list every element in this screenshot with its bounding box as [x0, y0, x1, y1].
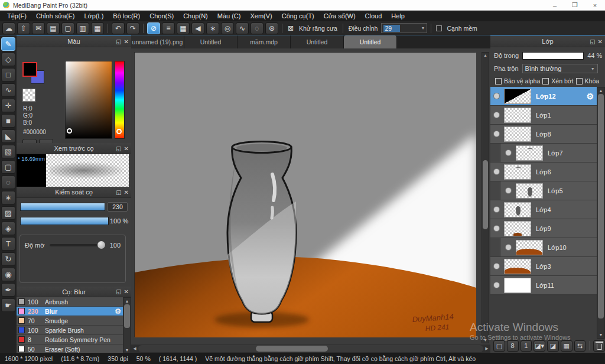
scrollbar-thumb[interactable]	[598, 94, 604, 318]
layer-row[interactable]: Lớp8	[490, 125, 597, 144]
menu-item-11[interactable]: Cloud	[360, 11, 387, 21]
layer-visibility-dot[interactable]	[494, 207, 499, 212]
brush-tool[interactable]: ✎	[1, 37, 15, 51]
brush-row[interactable]: 70Smudge	[17, 316, 123, 326]
lock-checkbox[interactable]	[576, 78, 583, 84]
adjust-dropdown[interactable]: 29 ▼	[381, 23, 427, 33]
layer-visibility-dot[interactable]	[494, 93, 499, 99]
menu-item-10[interactable]: Cửa sổ(W)	[319, 11, 360, 21]
add-folder-button[interactable]: ◪▾	[534, 340, 545, 352]
lasso-tool[interactable]: ◌	[1, 176, 15, 189]
document-button[interactable]: ▢	[61, 22, 74, 34]
snap-off-button[interactable]: ⊘	[147, 22, 160, 34]
brush-size-value[interactable]: 230	[108, 202, 128, 212]
scroll-left-icon[interactable]: ◀	[131, 344, 138, 353]
document-settings-button[interactable]: ▥	[76, 22, 89, 34]
layer-visibility-dot[interactable]	[506, 150, 511, 155]
layer-visibility-dot[interactable]	[494, 226, 499, 231]
hand-tool[interactable]: ☛	[1, 298, 15, 312]
text-tool[interactable]: T	[1, 237, 15, 251]
snap-parallel-button[interactable]: ≡	[162, 22, 175, 34]
layer-row[interactable]: Lớp10	[490, 238, 597, 257]
brush-list-scrollbar[interactable]: ▲ ▼	[123, 297, 131, 354]
document-tab-2[interactable]: Untitled	[184, 35, 238, 48]
cloud-button[interactable]: ☁	[2, 22, 15, 34]
document-tab-4[interactable]: Untitled	[291, 35, 344, 48]
brush-row[interactable]: 8Rotation Symmetry Pen	[17, 335, 123, 344]
snap-settings-button[interactable]: ⊛	[265, 22, 278, 34]
layer-row[interactable]: Lớp3	[490, 257, 597, 276]
add-1bit-layer-button[interactable]: 1	[521, 340, 532, 352]
close-panel-icon[interactable]: ✕	[124, 288, 129, 295]
select-rect-tool[interactable]: ▢	[1, 160, 15, 174]
snap-cross-button[interactable]: ▦	[177, 22, 190, 34]
saturation-value-picker[interactable]	[65, 61, 112, 139]
control-point-tool[interactable]: ∿	[1, 83, 15, 97]
drawing-canvas[interactable]: DuyManh14 HD 241	[134, 52, 476, 337]
layer-visibility-dot[interactable]	[494, 131, 499, 136]
layer-row[interactable]: Lớp7	[490, 144, 597, 162]
brush-size-slider[interactable]	[20, 203, 105, 211]
comment-panel-button[interactable]: ▤	[47, 22, 60, 34]
clipping-checkbox[interactable]	[542, 78, 549, 84]
gear-icon[interactable]: ⚙	[115, 307, 121, 316]
document-tab-5[interactable]: Untitled	[344, 35, 397, 48]
menu-item-7[interactable]: Màu (C)	[213, 11, 246, 21]
layer-row[interactable]: Lớp11	[490, 276, 597, 295]
menu-item-4[interactable]: Bộ lọc(R)	[108, 11, 145, 21]
brush-row[interactable]: 100Airbrush	[17, 297, 123, 307]
snap-concentric-button[interactable]: ◎	[221, 22, 234, 34]
bucket-tool[interactable]: ◣	[1, 129, 15, 143]
hue-slider[interactable]	[115, 61, 125, 139]
scroll-up-icon[interactable]: ▲	[125, 298, 129, 304]
shape-brush-tool[interactable]: □	[1, 68, 15, 82]
scrollbar-thumb[interactable]	[124, 304, 130, 328]
menu-item-2[interactable]: Chỉnh sửa(E)	[31, 11, 79, 21]
scroll-down-icon[interactable]: ▼	[482, 338, 489, 342]
brush-opacity-slider[interactable]	[20, 217, 109, 225]
select-pen-tool[interactable]: ▨	[1, 206, 15, 220]
blend-mode-dropdown[interactable]: Bình thường ▼	[522, 64, 598, 73]
add-layer-button[interactable]: ▢	[493, 340, 505, 352]
layer-row[interactable]: Lớp1	[490, 106, 597, 125]
minimize-button[interactable]: –	[545, 0, 565, 10]
eyedropper-tool[interactable]: ◉	[1, 268, 15, 281]
layer-opacity-slider[interactable]	[522, 52, 584, 60]
menu-item-9[interactable]: Công cụ(T)	[277, 11, 319, 21]
close-button[interactable]: ×	[585, 0, 605, 10]
div-tool[interactable]: ✒	[1, 283, 15, 297]
brush-row[interactable]: 100Sparkle Brush	[17, 326, 123, 335]
layer-row[interactable]: Lớp12⚙	[490, 87, 597, 106]
scrollbar-thumb[interactable]	[256, 346, 328, 352]
document-tab-1[interactable]: unnamed (19).png	[131, 35, 184, 48]
restore-button[interactable]: ❐	[565, 0, 585, 10]
snap-radial-button[interactable]: ∗	[206, 22, 219, 34]
select-all-tool[interactable]: ■	[1, 114, 15, 128]
snap-ellipse-button[interactable]: ◌	[251, 22, 264, 34]
menu-item-1[interactable]: Tệp(F)	[2, 11, 31, 21]
popout-panel-icon[interactable]: ◱	[116, 189, 121, 196]
document-tab-3[interactable]: mầm.mdp	[238, 35, 291, 48]
layer-row[interactable]: Lớp9	[490, 219, 597, 238]
foreground-color-swatch[interactable]	[22, 62, 37, 77]
delete-layer-button[interactable]	[593, 340, 605, 352]
popout-panel-icon[interactable]: ◱	[116, 288, 121, 295]
duplicate-layer-button[interactable]: ▦	[561, 340, 573, 352]
magic-wand-tool[interactable]: ∗	[1, 191, 15, 204]
layer-row[interactable]: Lớp4	[490, 200, 597, 219]
antialias-checkbox[interactable]: ⊠	[286, 24, 295, 33]
scroll-right-icon[interactable]: ▶	[483, 344, 490, 353]
canvas-vertical-scrollbar[interactable]: ▲ ▼	[482, 52, 489, 343]
redo-button[interactable]: ↷	[126, 22, 139, 34]
close-panel-icon[interactable]: ✕	[124, 189, 129, 196]
scroll-up-icon[interactable]: ▲	[599, 87, 603, 94]
scrollbar-thumb[interactable]	[483, 160, 488, 230]
menu-item-8[interactable]: Xem(V)	[245, 11, 277, 21]
operation-tool[interactable]: ↻	[1, 252, 15, 266]
popout-panel-icon[interactable]: ◱	[116, 38, 121, 45]
menu-item-5[interactable]: Chọn(S)	[145, 11, 178, 21]
scroll-down-icon[interactable]: ▼	[599, 332, 603, 338]
popout-panel-icon[interactable]: ◱	[116, 145, 121, 152]
material-panel-button[interactable]: ▦	[91, 22, 104, 34]
close-panel-icon[interactable]: ✕	[598, 38, 603, 45]
